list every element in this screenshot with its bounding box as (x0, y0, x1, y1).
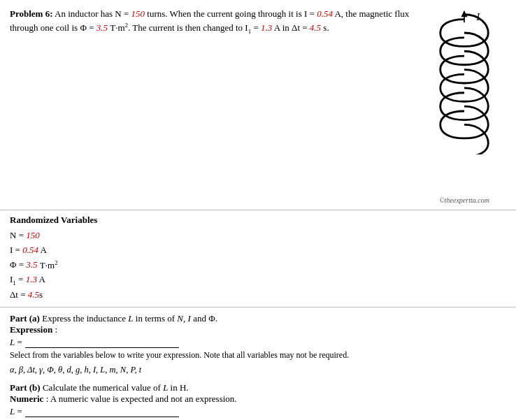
list-item: N = 150 (10, 229, 506, 243)
list-item: I = 0.54 A (10, 243, 506, 258)
part-b-desc: Calculate the numerical value of L in H. (43, 382, 189, 393)
top-section: Problem 6: An inductor has N = 150 turns… (0, 0, 516, 210)
problem-label: Problem 6: (10, 8, 53, 19)
svg-text:I: I (475, 11, 480, 22)
coil-icon: I (436, 10, 492, 154)
i1-label: I1 = (10, 274, 26, 284)
phi-label: Φ = (10, 260, 26, 270)
phi-val2: 3.5 (26, 260, 37, 270)
i1-val: 1.3 (26, 274, 37, 284)
part-a-label: Part (a) (10, 313, 40, 324)
part-b-colon: : A numeric value is expected and not an… (46, 393, 237, 404)
part-b-lhs: L = (10, 406, 22, 417)
problem-intro: An inductor has N = (55, 8, 131, 19)
part-b-expression-row: L = (10, 406, 506, 417)
part-a-hint: Select from the variables below to write… (10, 349, 506, 361)
parts-section: Part (a) Express the inductance L in ter… (0, 307, 516, 420)
dt-unit: s. (321, 22, 329, 33)
list-item: Φ = 3.5 T·m2 (10, 257, 506, 273)
dt-val2: 4.5 (28, 289, 39, 300)
watermark: ©theexpertta.com (439, 154, 489, 204)
main-container: Problem 6: An inductor has N = 150 turns… (0, 0, 516, 420)
dt-label: Δt = (10, 289, 28, 300)
part-a-header: Part (a) Express the inductance L in ter… (10, 313, 506, 324)
part-a-lhs: L = (10, 337, 22, 348)
part-b-type: Numeric : A numeric value is expected an… (10, 393, 506, 405)
part-a-block: Part (a) Express the inductance L in ter… (10, 313, 506, 375)
problem-statement: Problem 6: An inductor has N = 150 turns… (10, 7, 422, 37)
I1-unit: A in Δt = (272, 22, 310, 33)
I-value: 0.54 (317, 8, 333, 19)
phi-value: 3.5 (96, 22, 108, 33)
part-a-colon: : (55, 324, 57, 335)
part-b-header: Part (b) Calculate the numerical value o… (10, 382, 506, 393)
N-value: 150 (131, 8, 145, 19)
part-b-type-label: Numeric (10, 393, 43, 404)
dt-value: 4.5 (310, 22, 321, 33)
part-a-expression-row: L = (10, 337, 506, 348)
i1-unit: A (37, 274, 45, 284)
i-val: 0.54 (22, 245, 38, 255)
randomized-title: Randomized Variables (10, 215, 506, 226)
list-item: I1 = 1.3 A (10, 273, 506, 288)
part-a-input[interactable] (25, 337, 179, 348)
I1-value: 1.3 (261, 22, 272, 33)
n-label: N = (10, 230, 26, 240)
i-label: I = (10, 245, 22, 255)
part-a-desc: Express the inductance L in terms of N, … (42, 313, 217, 324)
part-b-block: Part (b) Calculate the numerical value o… (10, 382, 506, 417)
phi-unit2: T·m2 (38, 260, 58, 270)
part-a-type: Expression : (10, 324, 506, 335)
n-val: 150 (26, 230, 40, 240)
randomized-variables-section: Randomized Variables N = 150 I = 0.54 A … (0, 210, 516, 308)
inductor-image-panel: I ©theexpertta.com (422, 7, 506, 204)
phi-unit: T·m2. The current is then changed to I1 … (108, 22, 261, 33)
problem-text: Problem 6: An inductor has N = 150 turns… (10, 7, 422, 204)
i-unit: A (38, 245, 47, 255)
part-b-input[interactable] (25, 406, 179, 417)
list-item: Δt = 4.5s (10, 288, 506, 303)
var-list: N = 150 I = 0.54 A Φ = 3.5 T·m2 I1 = 1.3… (10, 229, 506, 303)
part-a-vars: α, β, Δt, γ, Φ, θ, d, g, h, I, L, m, N, … (10, 365, 506, 375)
part-b-label: Part (b) (10, 382, 41, 393)
part-a-type-label: Expression (10, 324, 52, 335)
turns-text: turns. When the current going through it… (145, 8, 317, 19)
dt-unit2: s (39, 289, 43, 300)
